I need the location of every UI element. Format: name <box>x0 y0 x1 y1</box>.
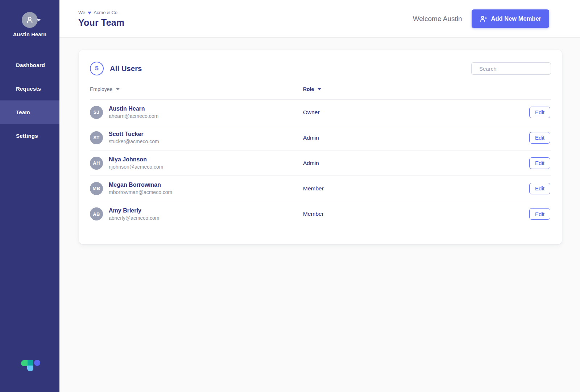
employee-identity: Niya Johnson njohnson@acmeco.com <box>109 156 163 170</box>
edit-button[interactable]: Edit <box>529 132 550 144</box>
employee-name: Scott Tucker <box>109 131 159 137</box>
employee-cell: AH Niya Johnson njohnson@acmeco.com <box>90 156 303 170</box>
row-avatar: AB <box>90 207 103 220</box>
column-header-role[interactable]: Role <box>303 86 529 92</box>
employee-role: Admin <box>303 135 529 141</box>
employee-email: mborrowman@acmeco.com <box>109 189 172 195</box>
employee-role: Member <box>303 211 529 217</box>
all-users-card: 5 All Users Employee <box>79 50 562 244</box>
sort-caret-icon <box>116 88 120 90</box>
column-label: Role <box>303 86 314 92</box>
profile-menu[interactable]: Austin Hearn <box>0 0 59 37</box>
card-header: 5 All Users <box>90 62 551 75</box>
header-right: Welcome Austin Add New Member <box>413 9 549 28</box>
employee-email: njohnson@acmeco.com <box>109 164 163 170</box>
user-table: SJ Austin Hearn ahearn@acmeco.com Owner … <box>90 99 551 227</box>
edit-button[interactable]: Edit <box>529 157 550 169</box>
user-count-badge: 5 <box>90 62 104 75</box>
breadcrumb: We ♥ Acme & Co <box>78 10 124 15</box>
heart-icon: ♥ <box>88 10 91 15</box>
table-row: AH Niya Johnson njohnson@acmeco.com Admi… <box>90 150 551 176</box>
sort-caret-icon <box>318 88 321 90</box>
table-row: AB Amy Brierly abrierly@acmeco.com Membe… <box>90 201 551 227</box>
table-row: SJ Austin Hearn ahearn@acmeco.com Owner … <box>90 100 551 125</box>
sidebar-nav: Dashboard Requests Team Settings <box>0 53 59 148</box>
row-avatar: AH <box>90 157 103 170</box>
content-area: 5 All Users Employee <box>59 38 580 392</box>
chevron-down-icon[interactable] <box>37 19 41 21</box>
column-header-employee[interactable]: Employee <box>90 86 303 92</box>
search-input[interactable] <box>479 66 551 72</box>
employee-role: Admin <box>303 160 529 166</box>
employee-email: ahearn@acmeco.com <box>109 113 158 119</box>
search-box[interactable] <box>471 62 551 75</box>
employee-cell: SJ Austin Hearn ahearn@acmeco.com <box>90 106 303 119</box>
employee-identity: Scott Tucker stucker@acmeco.com <box>109 131 159 144</box>
employee-role: Member <box>303 185 529 192</box>
add-new-member-button[interactable]: Add New Member <box>472 9 549 28</box>
header-left: We ♥ Acme & Co Your Team <box>78 10 124 28</box>
add-button-label: Add New Member <box>491 15 541 22</box>
card-header-left: 5 All Users <box>90 62 142 75</box>
sidebar-item-label: Team <box>16 109 30 115</box>
sidebar-item-dashboard[interactable]: Dashboard <box>0 53 59 77</box>
user-avatar[interactable] <box>22 12 38 28</box>
card-title: All Users <box>110 65 142 73</box>
top-header: We ♥ Acme & Co Your Team Welcome Austin … <box>59 0 580 38</box>
employee-cell: ST Scott Tucker stucker@acmeco.com <box>90 131 303 144</box>
employee-name: Niya Johnson <box>109 156 163 163</box>
employee-identity: Megan Borrowman mborrowman@acmeco.com <box>109 182 172 195</box>
sidebar-item-label: Dashboard <box>16 62 45 68</box>
row-avatar: SJ <box>90 106 103 119</box>
employee-name: Amy Brierly <box>109 207 159 214</box>
column-label: Employee <box>90 86 112 92</box>
welcome-text: Welcome Austin <box>413 15 462 23</box>
employee-email: stucker@acmeco.com <box>109 139 159 144</box>
sidebar-item-label: Requests <box>16 86 41 92</box>
sidebar-item-requests[interactable]: Requests <box>0 77 59 100</box>
edit-button[interactable]: Edit <box>529 183 550 194</box>
page-title: Your Team <box>78 17 124 28</box>
edit-button[interactable]: Edit <box>529 208 550 220</box>
logo-circle-shape <box>34 360 40 366</box>
employee-role: Owner <box>303 109 529 116</box>
employee-cell: AB Amy Brierly abrierly@acmeco.com <box>90 207 303 221</box>
employee-name: Megan Borrowman <box>109 182 172 188</box>
employee-identity: Austin Hearn ahearn@acmeco.com <box>109 106 158 119</box>
sidebar-item-settings[interactable]: Settings <box>0 124 59 148</box>
sidebar-item-team[interactable]: Team <box>0 100 59 124</box>
sidebar: Austin Hearn Dashboard Requests Team Set… <box>0 0 59 392</box>
breadcrumb-we: We <box>78 10 85 15</box>
logo-square-shape <box>27 366 33 371</box>
row-avatar: MB <box>90 182 103 195</box>
employee-identity: Amy Brierly abrierly@acmeco.com <box>109 207 159 221</box>
employee-cell: MB Megan Borrowman mborrowman@acmeco.com <box>90 182 303 195</box>
main-area: We ♥ Acme & Co Your Team Welcome Austin … <box>59 0 580 392</box>
row-avatar: ST <box>90 131 103 144</box>
person-icon <box>25 15 34 25</box>
sidebar-item-label: Settings <box>16 133 38 139</box>
table-row: ST Scott Tucker stucker@acmeco.com Admin… <box>90 125 551 150</box>
app-root: Austin Hearn Dashboard Requests Team Set… <box>0 0 580 392</box>
table-row: MB Megan Borrowman mborrowman@acmeco.com… <box>90 176 551 201</box>
table-column-headers: Employee Role <box>90 86 551 99</box>
breadcrumb-company: Acme & Co <box>94 10 117 15</box>
sidebar-user-name: Austin Hearn <box>0 32 59 37</box>
person-plus-icon <box>480 15 488 23</box>
employee-email: abrierly@acmeco.com <box>109 215 159 221</box>
edit-button[interactable]: Edit <box>529 107 550 118</box>
app-logo <box>20 358 41 373</box>
employee-name: Austin Hearn <box>109 106 158 112</box>
